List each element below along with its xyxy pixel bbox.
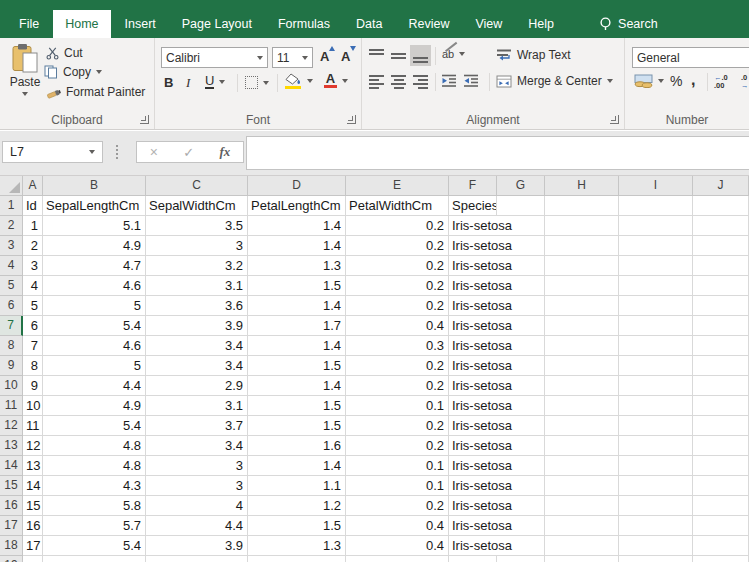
tab-view[interactable]: View — [463, 10, 514, 38]
row-header-2[interactable]: 2 — [0, 216, 23, 236]
row-header-12[interactable]: 12 — [0, 416, 23, 436]
cell-a11[interactable]: 10 — [23, 396, 43, 416]
cell-a2[interactable]: 1 — [23, 216, 43, 236]
row-header-5[interactable]: 5 — [0, 276, 23, 296]
cell-d1[interactable]: PetalLengthCm — [248, 196, 346, 216]
cell-i7[interactable] — [619, 316, 693, 336]
cell-f15[interactable]: Iris-setosa — [449, 476, 497, 496]
cell-f16[interactable]: Iris-setosa — [449, 496, 497, 516]
font-size-combobox[interactable]: 11 — [272, 47, 313, 68]
cell-j2[interactable] — [693, 216, 749, 236]
cell-d15[interactable]: 1.1 — [248, 476, 346, 496]
row-header-14[interactable]: 14 — [0, 456, 23, 476]
column-header-b[interactable]: B — [43, 176, 146, 196]
cell-d8[interactable]: 1.4 — [248, 336, 346, 356]
font-dialog-launcher-icon[interactable] — [347, 115, 356, 124]
cell-f14[interactable]: Iris-setosa — [449, 456, 497, 476]
column-header-g[interactable]: G — [497, 176, 545, 196]
paste-button[interactable]: Paste — [6, 43, 44, 107]
cell-c7[interactable]: 3.9 — [146, 316, 248, 336]
bold-button[interactable]: B — [164, 75, 173, 90]
cell-d7[interactable]: 1.7 — [248, 316, 346, 336]
cell-d11[interactable]: 1.5 — [248, 396, 346, 416]
cell-h9[interactable] — [545, 356, 619, 376]
cell-j5[interactable] — [693, 276, 749, 296]
cell-h16[interactable] — [545, 496, 619, 516]
bottom-align-button[interactable] — [410, 45, 431, 66]
cell-h1[interactable] — [545, 196, 619, 216]
cell-e16[interactable]: 0.2 — [346, 496, 449, 516]
cell-d14[interactable]: 1.4 — [248, 456, 346, 476]
cell-b18[interactable]: 5.4 — [43, 536, 146, 556]
borders-button[interactable] — [245, 76, 269, 89]
cell-g19[interactable] — [497, 556, 545, 562]
merge-center-button[interactable]: Merge & Center — [496, 74, 613, 88]
cell-b6[interactable]: 5 — [43, 296, 146, 316]
font-color-button[interactable]: A — [324, 73, 348, 88]
cell-b11[interactable]: 4.9 — [43, 396, 146, 416]
cell-c10[interactable]: 2.9 — [146, 376, 248, 396]
top-align-button[interactable] — [366, 45, 387, 66]
comma-style-button[interactable]: , — [691, 71, 695, 89]
cell-f19[interactable] — [449, 556, 497, 562]
cell-j7[interactable] — [693, 316, 749, 336]
cell-b2[interactable]: 5.1 — [43, 216, 146, 236]
cell-b8[interactable]: 4.6 — [43, 336, 146, 356]
cell-c4[interactable]: 3.2 — [146, 256, 248, 276]
cell-b10[interactable]: 4.4 — [43, 376, 146, 396]
cell-g1[interactable] — [497, 196, 545, 216]
wrap-text-button[interactable]: Wrap Text — [496, 48, 571, 62]
cell-c16[interactable]: 4 — [146, 496, 248, 516]
cell-i17[interactable] — [619, 516, 693, 536]
align-center-button[interactable] — [388, 71, 409, 92]
cell-b12[interactable]: 5.4 — [43, 416, 146, 436]
cell-d4[interactable]: 1.3 — [248, 256, 346, 276]
cell-e7[interactable]: 0.4 — [346, 316, 449, 336]
tab-help[interactable]: Help — [516, 10, 566, 38]
cell-a9[interactable]: 8 — [23, 356, 43, 376]
cell-j19[interactable] — [693, 556, 749, 562]
cell-f2[interactable]: Iris-setosa — [449, 216, 497, 236]
cell-a5[interactable]: 4 — [23, 276, 43, 296]
cell-c5[interactable]: 3.1 — [146, 276, 248, 296]
cell-h14[interactable] — [545, 456, 619, 476]
cell-a6[interactable]: 5 — [23, 296, 43, 316]
font-name-dropdown-arrow[interactable] — [257, 56, 263, 60]
cell-b9[interactable]: 5 — [43, 356, 146, 376]
row-header-10[interactable]: 10 — [0, 376, 23, 396]
cell-a3[interactable]: 2 — [23, 236, 43, 256]
cell-i1[interactable] — [619, 196, 693, 216]
cell-d5[interactable]: 1.5 — [248, 276, 346, 296]
cell-j3[interactable] — [693, 236, 749, 256]
clipboard-dialog-launcher-icon[interactable] — [140, 115, 149, 124]
cell-e11[interactable]: 0.1 — [346, 396, 449, 416]
shrink-font-button[interactable]: A — [341, 49, 350, 64]
cell-e8[interactable]: 0.3 — [346, 336, 449, 356]
cell-i3[interactable] — [619, 236, 693, 256]
cell-c9[interactable]: 3.4 — [146, 356, 248, 376]
column-header-f[interactable]: F — [449, 176, 497, 196]
cell-f10[interactable]: Iris-setosa — [449, 376, 497, 396]
italic-button[interactable]: I — [186, 75, 190, 91]
cell-j6[interactable] — [693, 296, 749, 316]
cell-b16[interactable]: 5.8 — [43, 496, 146, 516]
decrease-decimal-button[interactable]: .0 → — [741, 74, 749, 90]
cell-d9[interactable]: 1.5 — [248, 356, 346, 376]
row-header-9[interactable]: 9 — [0, 356, 23, 376]
cut-button[interactable]: Cut — [46, 46, 83, 60]
row-header-15[interactable]: 15 — [0, 476, 23, 496]
cell-i13[interactable] — [619, 436, 693, 456]
cell-i8[interactable] — [619, 336, 693, 356]
cell-h5[interactable] — [545, 276, 619, 296]
align-left-button[interactable] — [366, 71, 387, 92]
cell-e9[interactable]: 0.2 — [346, 356, 449, 376]
column-header-i[interactable]: I — [619, 176, 693, 196]
cell-b7[interactable]: 5.4 — [43, 316, 146, 336]
cell-d2[interactable]: 1.4 — [248, 216, 346, 236]
cell-b15[interactable]: 4.3 — [43, 476, 146, 496]
tab-page-layout[interactable]: Page Layout — [170, 10, 264, 38]
row-header-6[interactable]: 6 — [0, 296, 23, 316]
cell-i4[interactable] — [619, 256, 693, 276]
cell-i11[interactable] — [619, 396, 693, 416]
cell-f12[interactable]: Iris-setosa — [449, 416, 497, 436]
